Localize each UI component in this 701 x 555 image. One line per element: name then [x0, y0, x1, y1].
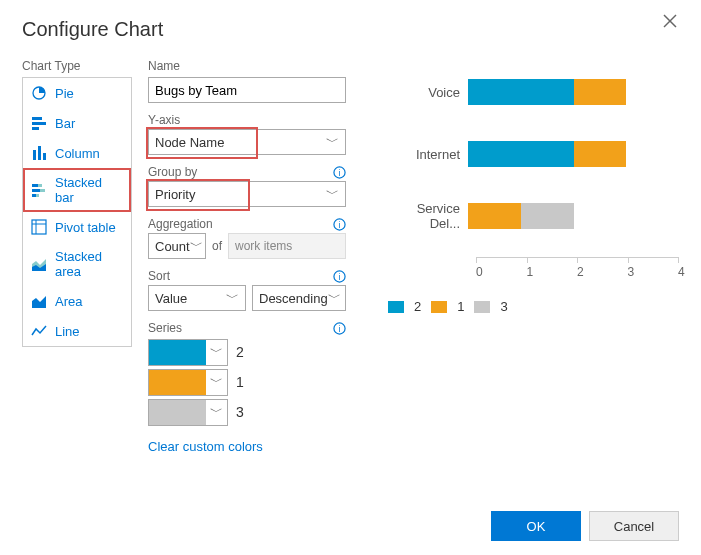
series-name-2: 3	[236, 404, 244, 420]
sort-dir-select[interactable]: Descending ﹀	[252, 285, 346, 311]
chart-segment	[468, 79, 574, 105]
chart-preview: Voice Internet Service Del...	[388, 71, 679, 281]
chart-type-label: Chart Type	[22, 59, 132, 73]
chart-segment	[468, 141, 574, 167]
agg-select[interactable]: Count ﹀	[148, 233, 206, 259]
svg-rect-3	[32, 117, 42, 120]
svg-text:i: i	[338, 323, 340, 333]
svg-text:i: i	[338, 219, 340, 229]
series-name-0: 2	[236, 344, 244, 360]
svg-rect-8	[43, 153, 46, 160]
svg-rect-12	[40, 189, 45, 192]
info-icon[interactable]: i	[332, 321, 346, 335]
series-row: ﹀ 2	[148, 337, 346, 367]
column-icon	[31, 145, 47, 161]
yaxis-label: Y-axis	[148, 113, 180, 127]
svg-rect-14	[36, 194, 39, 197]
series-color-select-1[interactable]: ﹀	[148, 369, 228, 396]
series-color-select-0[interactable]: ﹀	[148, 339, 228, 366]
series-color-select-2[interactable]: ﹀	[148, 399, 228, 426]
ok-button[interactable]: OK	[491, 511, 581, 541]
chart-type-label-stacked-bar: Stacked bar	[55, 175, 123, 205]
chart-type-label-line: Line	[55, 324, 80, 339]
svg-rect-11	[32, 189, 40, 192]
legend-swatch	[388, 301, 404, 313]
chart-x-axis: 0 1 2 3 4	[476, 257, 679, 287]
close-icon[interactable]	[663, 14, 681, 32]
name-input[interactable]	[148, 77, 346, 103]
cancel-button[interactable]: Cancel	[589, 511, 679, 541]
svg-rect-9	[32, 184, 38, 187]
svg-rect-13	[32, 194, 36, 197]
chart-segment	[521, 203, 574, 229]
legend-swatch	[474, 301, 490, 313]
legend-swatch	[431, 301, 447, 313]
group-select[interactable]: Priority ﹀	[148, 181, 346, 207]
chart-type-label-stacked-area: Stacked area	[55, 249, 123, 279]
svg-rect-6	[33, 150, 36, 160]
color-swatch-blue	[149, 340, 206, 365]
axis-tick: 3	[628, 257, 629, 287]
chart-type-stacked-area[interactable]: Stacked area	[23, 242, 131, 286]
chart-row-internet: Internet	[388, 133, 679, 175]
legend-label: 2	[414, 299, 421, 314]
stacked-bar-icon	[31, 182, 47, 198]
chart-type-bar[interactable]: Bar	[23, 108, 131, 138]
chart-type-column[interactable]: Column	[23, 138, 131, 168]
svg-rect-10	[38, 184, 42, 187]
chevron-down-icon: ﹀	[206, 403, 227, 421]
line-icon	[31, 323, 47, 339]
chart-legend: 2 1 3	[388, 299, 679, 314]
svg-text:i: i	[338, 271, 340, 281]
clear-colors-link[interactable]: Clear custom colors	[148, 439, 346, 454]
dialog-title: Configure Chart	[22, 18, 679, 41]
series-label: Series	[148, 321, 182, 335]
svg-text:i: i	[338, 167, 340, 177]
svg-rect-5	[32, 127, 39, 130]
group-value: Priority	[155, 187, 195, 202]
chevron-down-icon: ﹀	[206, 373, 227, 391]
chart-type-label-pie: Pie	[55, 86, 74, 101]
pie-icon	[31, 85, 47, 101]
chart-type-stacked-bar[interactable]: Stacked bar	[23, 168, 131, 212]
chart-type-pivot-table[interactable]: Pivot table	[23, 212, 131, 242]
stacked-area-icon	[31, 256, 47, 272]
chart-category-label: Voice	[388, 85, 468, 100]
bar-icon	[31, 115, 47, 131]
axis-tick: 4	[678, 257, 679, 287]
svg-rect-15	[32, 220, 46, 234]
pivot-table-icon	[31, 219, 47, 235]
chart-type-label-pivot: Pivot table	[55, 220, 116, 235]
area-icon	[31, 293, 47, 309]
chart-category-label: Internet	[388, 147, 468, 162]
info-icon[interactable]: i	[332, 217, 346, 231]
agg-label: Aggregation	[148, 217, 213, 231]
chevron-down-icon: ﹀	[190, 237, 203, 255]
chart-category-label: Service Del...	[388, 201, 468, 231]
chart-type-area[interactable]: Area	[23, 286, 131, 316]
yaxis-select[interactable]: Node Name ﹀	[148, 129, 346, 155]
chart-type-label-area: Area	[55, 294, 82, 309]
chart-type-pie[interactable]: Pie	[23, 78, 131, 108]
series-row: ﹀ 1	[148, 367, 346, 397]
color-swatch-orange	[149, 370, 206, 395]
chart-row-service: Service Del...	[388, 195, 679, 237]
chart-type-list: Pie Bar Column Stacked bar Pivot table	[22, 77, 132, 347]
chevron-down-icon: ﹀	[226, 289, 239, 307]
svg-rect-7	[38, 146, 41, 160]
chevron-down-icon: ﹀	[326, 185, 339, 203]
svg-rect-4	[32, 122, 46, 125]
chart-segment	[574, 141, 627, 167]
chart-row-voice: Voice	[388, 71, 679, 113]
chevron-down-icon: ﹀	[326, 133, 339, 151]
series-row: ﹀ 3	[148, 397, 346, 427]
info-icon[interactable]: i	[332, 165, 346, 179]
sort-field-select[interactable]: Value ﹀	[148, 285, 246, 311]
series-name-1: 1	[236, 374, 244, 390]
chart-type-line[interactable]: Line	[23, 316, 131, 346]
info-icon[interactable]: i	[332, 269, 346, 283]
chart-type-label-bar: Bar	[55, 116, 75, 131]
agg-value: Count	[155, 239, 190, 254]
yaxis-value: Node Name	[155, 135, 224, 150]
name-label: Name	[148, 59, 346, 73]
